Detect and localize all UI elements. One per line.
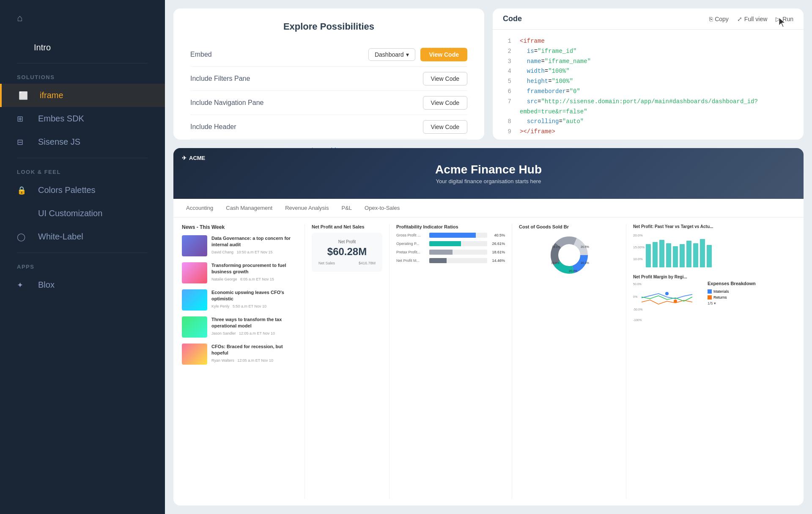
code-line-9: 9 ></iframe> [503, 127, 793, 137]
news-thumb-5 [182, 344, 207, 365]
legend-materials: Materials [708, 289, 756, 294]
explore-title: Explore Possibilities [190, 21, 467, 32]
svg-rect-21 [693, 243, 698, 267]
donut-column: Cost of Goods Sold Br 20.5% 20.3% 20.3% … [512, 224, 626, 499]
svg-text:50.0%: 50.0% [633, 283, 642, 286]
embed-view-code-button[interactable]: View Code [420, 48, 467, 61]
bar-fill-netprofit [429, 258, 447, 263]
chart-title-2: Net Profit Margin by Regi... [633, 275, 795, 279]
bar-pct-pretax: 18.61% [490, 250, 505, 254]
cogs-title: Cost of Goods Sold Br [519, 224, 569, 229]
bar-pct-netprofit: 14.46% [490, 258, 505, 263]
navigation-view-code-button[interactable]: View Code [423, 96, 467, 110]
nav-item-opex[interactable]: Opex-to-Sales [365, 203, 400, 213]
sidebar-item-ui-customization[interactable]: UI Customization [0, 202, 165, 225]
bar-track-gross [429, 233, 487, 238]
legend-area: Expenses Breakdown Materials Returns 1/5… [708, 281, 756, 305]
sidebar-item-intro[interactable]: Intro [0, 36, 165, 59]
dashboard-hero: ✈ ACME Acme Finance Hub Your digital fin… [173, 148, 804, 199]
bar-label-pretax: Pretax Profit... [396, 250, 427, 254]
news-thumb-3 [182, 289, 207, 311]
code-header: Code ⎘ Copy ⤢ Full view ▷ Run [493, 8, 804, 30]
sidebar-item-embes-sdk[interactable]: ⊞ Embes SDK [0, 107, 165, 130]
expenses-label: Expenses Breakdown [708, 281, 756, 286]
header-view-code-button[interactable]: View Code [423, 120, 467, 134]
chevron-down-icon: ▾ [406, 51, 409, 58]
legend-returns: Returns [708, 295, 756, 300]
embed-dropdown[interactable]: Dashboard ▾ [368, 48, 416, 61]
kpi-column: Net Profit and Net Sales Net Profit $60.… [304, 224, 389, 499]
dashboard-nav: Accounting Cash Management Revenue Analy… [173, 199, 804, 217]
kpi-net-sales-label: Net Sales [318, 261, 335, 265]
explore-header-row: Include Header View Code [190, 115, 467, 139]
kpi-sub-row: Net Sales $416.78M [318, 261, 376, 265]
nav-item-accounting[interactable]: Accounting [186, 203, 213, 213]
sidebar-home-item[interactable]: ⌂ [0, 0, 165, 36]
sidebar-iframe-label: iframe [40, 91, 63, 100]
explore-filters-label: Include Filters Pane [190, 75, 250, 82]
sidebar-item-colors[interactable]: 🔒 Colors Palettes [0, 179, 165, 202]
kpi-net-profit-value: $60.28M [318, 246, 376, 258]
explore-embed-label: Embed [190, 51, 212, 58]
svg-point-28 [665, 292, 669, 295]
explore-navigation-label: Include Navigation Pane [190, 99, 263, 107]
code-line-5: 5 height="100%" [503, 77, 793, 87]
svg-text:-50.0%: -50.0% [633, 308, 642, 311]
sidebar-section-solutions: SOLUTIONS [0, 68, 165, 84]
whitelabel-icon: ◯ [17, 232, 30, 242]
returns-icon [708, 295, 712, 300]
code-panel: Code ⎘ Copy ⤢ Full view ▷ Run [493, 8, 804, 140]
nav-item-pl[interactable]: P&L [342, 203, 352, 213]
copy-button[interactable]: ⎘ Copy [709, 16, 729, 22]
code-title: Code [503, 14, 522, 23]
bar-fill-operating [429, 241, 461, 246]
explore-embed-row: Embed Dashboard ▾ View Code [190, 43, 467, 67]
bar-pct-gross: 40.5% [490, 233, 505, 237]
legend-returns-label: Returns [713, 295, 727, 300]
sidebar-item-iframe[interactable]: ⬜ iframe [0, 84, 165, 107]
news-item-3: Economic upswing leaves CFO's optimistic… [182, 289, 298, 311]
filters-view-code-button[interactable]: View Code [423, 72, 467, 85]
code-line-4: 4 width="100%" [503, 66, 793, 77]
dashboard-logo: ✈ ACME [182, 155, 205, 161]
sidebar-embes-label: Embes SDK [38, 114, 84, 124]
news-thumb-4 [182, 316, 207, 338]
nav-item-revenue[interactable]: Revenue Analysis [285, 203, 329, 213]
sidebar-ui-label: UI Customization [38, 209, 102, 218]
colors-icon: 🔒 [17, 186, 30, 195]
dashboard-body: News - This Week Data Governance: a top … [173, 217, 804, 506]
svg-text:-100%: -100% [633, 319, 642, 322]
bar-label-netprofit: Net Profit M... [396, 258, 427, 263]
fullview-icon: ⤢ [737, 16, 742, 22]
bar-track-pretax [429, 250, 487, 255]
svg-text:20.0%: 20.0% [633, 234, 643, 237]
news-item-5: CFOs: Braced for recession, but hopeful … [182, 344, 298, 365]
code-line-1: 1 <iframe [503, 36, 793, 47]
bar-row-operating: Operating P... 26.61% [396, 241, 505, 246]
code-line-3: 3 name="iframe_name" [503, 57, 793, 67]
bar-label-gross: Gross Profit ... [396, 233, 427, 237]
sidebar-item-white-label[interactable]: ◯ White-Label [0, 225, 165, 248]
code-line-6: 6 frameborder="0" [503, 87, 793, 97]
fullview-button[interactable]: ⤢ Full view [737, 16, 767, 22]
code-line-2: 2 is="iframe_id" [503, 47, 793, 57]
sidebar-item-sisense-js[interactable]: ⊟ Sisense JS [0, 130, 165, 154]
legend-fraction: 1/5 ▾ [708, 301, 756, 305]
run-icon: ▷ [776, 16, 780, 22]
sidebar-divider-2 [17, 158, 148, 158]
sidebar-whitelabel-label: White-Label [38, 232, 83, 242]
news-text-3: Economic upswing leaves CFO's optimistic… [211, 289, 298, 311]
dashboard-title: Acme Finance Hub [435, 163, 542, 176]
blox-icon: ✦ [17, 280, 30, 290]
explore-panel: Explore Possibilities Embed Dashboard ▾ … [173, 8, 484, 140]
nav-item-cash[interactable]: Cash Management [226, 203, 272, 213]
copy-icon: ⎘ [709, 16, 713, 22]
code-body: 1 <iframe 2 is="iframe_id" 3 name="ifram… [493, 30, 804, 140]
kpi-net-profit-label: Net Profit [318, 239, 376, 244]
run-button[interactable]: ▷ Run [776, 16, 793, 22]
news-item-1: Data Governance: a top concern for inter… [182, 235, 298, 256]
bar-row-pretax: Pretax Profit... 18.61% [396, 250, 505, 255]
sidebar-item-blox[interactable]: ✦ Blox [0, 273, 165, 297]
materials-icon [708, 289, 712, 294]
svg-rect-16 [659, 240, 664, 267]
